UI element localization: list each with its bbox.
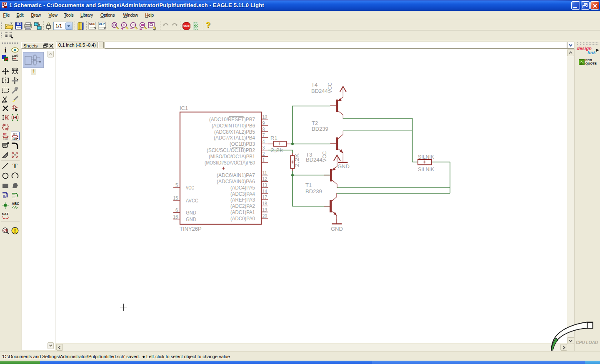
svg-text:R1: R1 xyxy=(270,135,278,141)
svg-text:BD244: BD244 xyxy=(306,157,322,163)
svg-text:GND: GND xyxy=(338,163,350,170)
svg-text:20: 20 xyxy=(262,213,268,219)
svg-text:8: 8 xyxy=(262,126,265,132)
svg-text:T: T xyxy=(12,162,18,170)
svg-text:12: 12 xyxy=(262,176,268,182)
svg-text:R2: R2 xyxy=(3,133,7,136)
svg-text:(ADC5/AIN0)PA6: (ADC5/AIN0)PA6 xyxy=(217,178,255,184)
svg-text:T1: T1 xyxy=(305,182,312,188)
svg-text:VCC: VCC xyxy=(186,184,194,191)
svg-text:GND: GND xyxy=(331,226,343,232)
svg-text:18: 18 xyxy=(262,200,268,207)
svg-text:2: 2 xyxy=(262,151,265,157)
svg-text:13: 13 xyxy=(262,182,268,188)
svg-text:(SCK/SCL/OC1B)PB2: (SCK/SCL/OC1B)PB2 xyxy=(207,147,255,153)
svg-text:3: 3 xyxy=(262,145,265,151)
svg-text:(ADC1)PA1: (ADC1)PA1 xyxy=(230,209,255,215)
svg-text:ABC: ABC xyxy=(12,202,19,206)
svg-text:(ADC10/RESET)PB7: (ADC10/RESET)PB7 xyxy=(209,116,255,122)
svg-text:9: 9 xyxy=(262,120,265,126)
svg-text:(MOSI/DI/SDA/OC1A)PB0: (MOSI/DI/SDA/OC1A)PB0 xyxy=(205,160,255,166)
svg-text:15: 15 xyxy=(173,195,178,201)
svg-text:16: 16 xyxy=(173,214,178,220)
svg-text:(ADC8/XTAL2)PB5: (ADC8/XTAL2)PB5 xyxy=(214,129,255,135)
svg-text:7: 7 xyxy=(262,132,265,138)
svg-text:TINY26P: TINY26P xyxy=(180,226,202,232)
svg-text:10: 10 xyxy=(262,114,268,120)
svg-text:STOP: STOP xyxy=(183,25,190,27)
svg-text:i: i xyxy=(5,46,7,54)
svg-text:(ADC2)PA2: (ADC2)PA2 xyxy=(230,203,255,209)
svg-text:19: 19 xyxy=(262,207,268,213)
svg-text:14: 14 xyxy=(262,188,268,194)
svg-text:(ADC7/XTAL1)PB4: (ADC7/XTAL1)PB4 xyxy=(214,135,255,141)
svg-text:T4: T4 xyxy=(311,82,318,88)
svg-text:T2: T2 xyxy=(312,120,318,126)
svg-text:17: 17 xyxy=(262,194,268,200)
svg-text:6: 6 xyxy=(175,207,178,213)
svg-text:GND: GND xyxy=(186,209,196,216)
svg-text:ULP: ULP xyxy=(99,22,105,25)
svg-text:SCR: SCR xyxy=(89,22,95,25)
svg-text:BD239: BD239 xyxy=(312,126,328,132)
svg-text:(AREF)PA3: (AREF)PA3 xyxy=(230,197,255,203)
svg-text:5: 5 xyxy=(175,182,178,188)
svg-text:(ADC0)PA0: (ADC0)PA0 xyxy=(230,215,255,222)
svg-text:!: ! xyxy=(14,228,16,234)
svg-text:BD239: BD239 xyxy=(305,188,322,194)
svg-text:(ADC6/AIN1)PA7: (ADC6/AIN1)PA7 xyxy=(217,172,255,178)
svg-text:(ADC4)PA5: (ADC4)PA5 xyxy=(230,184,255,191)
svg-text:4: 4 xyxy=(262,138,265,145)
svg-text:IC1: IC1 xyxy=(180,105,188,111)
svg-text:(ADC9/INT0/T0)PB6: (ADC9/INT0/T0)PB6 xyxy=(212,122,255,129)
svg-text:SILNIK: SILNIK xyxy=(418,166,434,172)
svg-text:10k: 10k xyxy=(12,137,17,140)
svg-text:1: 1 xyxy=(262,157,265,163)
svg-text:(ADC3)PA4: (ADC3)PA4 xyxy=(230,191,255,197)
svg-text:10k: 10k xyxy=(3,137,8,140)
svg-text:VCC: VCC xyxy=(321,151,328,162)
svg-text:SILNIK: SILNIK xyxy=(418,154,434,160)
svg-text:VCC: VCC xyxy=(327,82,333,93)
svg-text:BD244: BD244 xyxy=(311,88,328,94)
svg-text:>AT: >AT xyxy=(2,212,9,216)
svg-text:R2: R2 xyxy=(13,133,17,136)
svg-text:(MISO/DO/OC1A)PB1: (MISO/DO/OC1A)PB1 xyxy=(209,153,255,160)
svg-text:AVCC: AVCC xyxy=(186,197,198,204)
svg-text:11: 11 xyxy=(262,170,268,176)
svg-text:(OC1B)PB3: (OC1B)PB3 xyxy=(230,141,255,147)
svg-text:GND: GND xyxy=(186,216,196,222)
